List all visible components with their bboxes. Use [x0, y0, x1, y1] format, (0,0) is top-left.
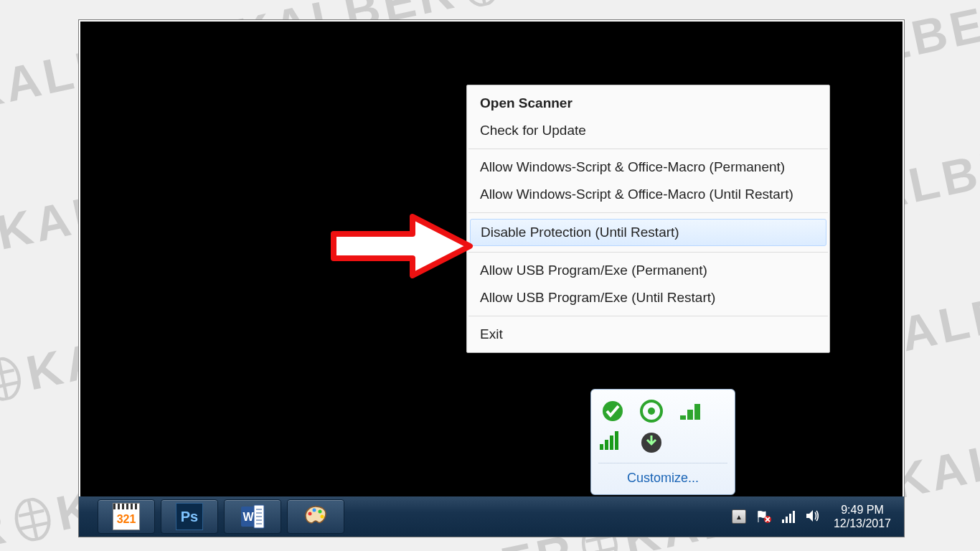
- clock-date: 12/13/2017: [834, 517, 891, 530]
- systray-customize-link[interactable]: Customize...: [598, 463, 727, 489]
- show-hidden-icons-button[interactable]: ▲: [732, 509, 746, 524]
- svg-point-15: [12, 496, 52, 542]
- photoshop-icon: Ps: [176, 503, 203, 530]
- network-signal-icon[interactable]: [782, 510, 795, 523]
- annotation-arrow-icon: [330, 214, 473, 278]
- page-root: { "watermark": "BEROKAL", "context_menu"…: [0, 0, 980, 551]
- svg-point-40: [321, 515, 324, 519]
- svg-point-27: [648, 408, 655, 415]
- word-icon: W: [240, 504, 265, 529]
- tray-idm-icon[interactable]: [639, 430, 664, 456]
- desktop-area: Open Scanner Check for Update Allow Wind…: [79, 20, 904, 537]
- mpc-icon: 321: [113, 503, 140, 530]
- svg-point-10: [0, 356, 23, 402]
- tray-app-icon[interactable]: [677, 398, 703, 424]
- menu-allow-script-restart[interactable]: Allow Windows-Script & Office-Macro (Unt…: [467, 181, 829, 208]
- taskbar-app-word[interactable]: W: [224, 499, 281, 534]
- taskbar: 321 Ps W ▲ 9:49 PM 12/13/201: [79, 496, 904, 537]
- menu-check-update[interactable]: Check for Update: [467, 117, 829, 144]
- menu-allow-usb-restart[interactable]: Allow USB Program/Exe (Until Restart): [467, 284, 829, 311]
- taskbar-clock[interactable]: 9:49 PM 12/13/2017: [834, 503, 891, 530]
- clock-time: 9:49 PM: [834, 503, 891, 517]
- menu-disable-protection[interactable]: Disable Protection (Until Restart): [470, 219, 826, 246]
- system-tray: ▲ 9:49 PM 12/13/2017: [732, 503, 894, 530]
- paint-icon: [303, 504, 329, 529]
- svg-point-38: [313, 509, 316, 512]
- svg-text:W: W: [242, 511, 254, 523]
- svg-point-2: [461, 0, 501, 8]
- tray-app-icon[interactable]: [600, 398, 626, 424]
- tray-context-menu: Open Scanner Check for Update Allow Wind…: [466, 85, 830, 353]
- svg-point-37: [308, 512, 312, 516]
- menu-allow-usb-permanent[interactable]: Allow USB Program/Exe (Permanent): [467, 257, 829, 284]
- tray-app-icon[interactable]: [639, 398, 664, 424]
- systray-overflow-popup: Customize...: [590, 389, 735, 495]
- taskbar-app-mpc[interactable]: 321: [98, 499, 155, 534]
- tray-signal-icon[interactable]: [600, 430, 626, 456]
- menu-allow-script-permanent[interactable]: Allow Windows-Script & Office-Macro (Per…: [467, 154, 829, 181]
- taskbar-app-photoshop[interactable]: Ps: [161, 499, 218, 534]
- taskbar-app-paint[interactable]: [287, 499, 344, 534]
- action-center-flag-icon[interactable]: [756, 510, 772, 523]
- menu-exit[interactable]: Exit: [467, 321, 829, 348]
- svg-point-39: [319, 510, 322, 514]
- volume-icon[interactable]: [805, 509, 819, 525]
- menu-open-scanner[interactable]: Open Scanner: [467, 90, 829, 117]
